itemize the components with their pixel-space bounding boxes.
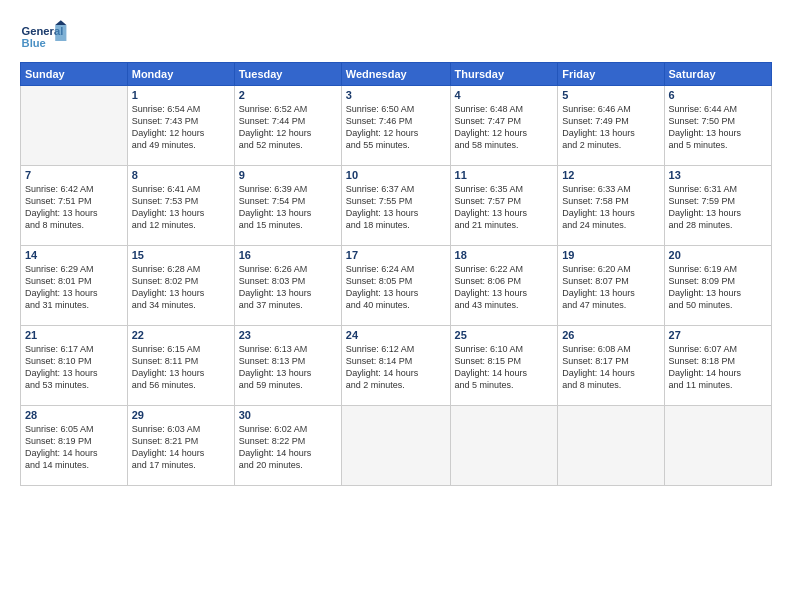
day-number: 14 [25, 249, 123, 261]
calendar-week-3: 14Sunrise: 6:29 AMSunset: 8:01 PMDayligh… [21, 246, 772, 326]
calendar-cell: 26Sunrise: 6:08 AMSunset: 8:17 PMDayligh… [558, 326, 664, 406]
calendar-cell: 19Sunrise: 6:20 AMSunset: 8:07 PMDayligh… [558, 246, 664, 326]
day-number: 12 [562, 169, 659, 181]
calendar-cell: 3Sunrise: 6:50 AMSunset: 7:46 PMDaylight… [341, 86, 450, 166]
day-info: Sunrise: 6:20 AMSunset: 8:07 PMDaylight:… [562, 263, 659, 312]
weekday-header-tuesday: Tuesday [234, 63, 341, 86]
day-number: 3 [346, 89, 446, 101]
day-number: 23 [239, 329, 337, 341]
weekday-header-row: SundayMondayTuesdayWednesdayThursdayFrid… [21, 63, 772, 86]
day-number: 26 [562, 329, 659, 341]
calendar-cell: 29Sunrise: 6:03 AMSunset: 8:21 PMDayligh… [127, 406, 234, 486]
calendar-cell: 21Sunrise: 6:17 AMSunset: 8:10 PMDayligh… [21, 326, 128, 406]
calendar-cell: 22Sunrise: 6:15 AMSunset: 8:11 PMDayligh… [127, 326, 234, 406]
weekday-header-thursday: Thursday [450, 63, 558, 86]
day-info: Sunrise: 6:17 AMSunset: 8:10 PMDaylight:… [25, 343, 123, 392]
day-number: 8 [132, 169, 230, 181]
day-number: 9 [239, 169, 337, 181]
day-number: 22 [132, 329, 230, 341]
day-info: Sunrise: 6:24 AMSunset: 8:05 PMDaylight:… [346, 263, 446, 312]
calendar-cell: 12Sunrise: 6:33 AMSunset: 7:58 PMDayligh… [558, 166, 664, 246]
calendar-cell: 30Sunrise: 6:02 AMSunset: 8:22 PMDayligh… [234, 406, 341, 486]
page: General Blue SundayMondayTuesdayWednesda… [0, 0, 792, 612]
day-info: Sunrise: 6:44 AMSunset: 7:50 PMDaylight:… [669, 103, 767, 152]
calendar-cell: 27Sunrise: 6:07 AMSunset: 8:18 PMDayligh… [664, 326, 771, 406]
weekday-header-sunday: Sunday [21, 63, 128, 86]
day-info: Sunrise: 6:29 AMSunset: 8:01 PMDaylight:… [25, 263, 123, 312]
calendar-cell: 8Sunrise: 6:41 AMSunset: 7:53 PMDaylight… [127, 166, 234, 246]
calendar-table: SundayMondayTuesdayWednesdayThursdayFrid… [20, 62, 772, 486]
calendar-cell [341, 406, 450, 486]
calendar-cell: 23Sunrise: 6:13 AMSunset: 8:13 PMDayligh… [234, 326, 341, 406]
day-info: Sunrise: 6:22 AMSunset: 8:06 PMDaylight:… [455, 263, 554, 312]
day-number: 2 [239, 89, 337, 101]
day-info: Sunrise: 6:10 AMSunset: 8:15 PMDaylight:… [455, 343, 554, 392]
day-info: Sunrise: 6:42 AMSunset: 7:51 PMDaylight:… [25, 183, 123, 232]
day-number: 13 [669, 169, 767, 181]
calendar-cell: 25Sunrise: 6:10 AMSunset: 8:15 PMDayligh… [450, 326, 558, 406]
calendar-cell: 17Sunrise: 6:24 AMSunset: 8:05 PMDayligh… [341, 246, 450, 326]
day-info: Sunrise: 6:48 AMSunset: 7:47 PMDaylight:… [455, 103, 554, 152]
calendar-cell: 10Sunrise: 6:37 AMSunset: 7:55 PMDayligh… [341, 166, 450, 246]
day-info: Sunrise: 6:19 AMSunset: 8:09 PMDaylight:… [669, 263, 767, 312]
calendar-week-1: 1Sunrise: 6:54 AMSunset: 7:43 PMDaylight… [21, 86, 772, 166]
day-info: Sunrise: 6:13 AMSunset: 8:13 PMDaylight:… [239, 343, 337, 392]
calendar-cell: 13Sunrise: 6:31 AMSunset: 7:59 PMDayligh… [664, 166, 771, 246]
day-number: 5 [562, 89, 659, 101]
day-info: Sunrise: 6:37 AMSunset: 7:55 PMDaylight:… [346, 183, 446, 232]
day-info: Sunrise: 6:33 AMSunset: 7:58 PMDaylight:… [562, 183, 659, 232]
day-number: 10 [346, 169, 446, 181]
day-number: 18 [455, 249, 554, 261]
day-number: 15 [132, 249, 230, 261]
calendar-cell: 20Sunrise: 6:19 AMSunset: 8:09 PMDayligh… [664, 246, 771, 326]
calendar-week-5: 28Sunrise: 6:05 AMSunset: 8:19 PMDayligh… [21, 406, 772, 486]
day-info: Sunrise: 6:52 AMSunset: 7:44 PMDaylight:… [239, 103, 337, 152]
weekday-header-friday: Friday [558, 63, 664, 86]
day-info: Sunrise: 6:31 AMSunset: 7:59 PMDaylight:… [669, 183, 767, 232]
day-number: 17 [346, 249, 446, 261]
day-number: 7 [25, 169, 123, 181]
day-info: Sunrise: 6:12 AMSunset: 8:14 PMDaylight:… [346, 343, 446, 392]
day-number: 4 [455, 89, 554, 101]
calendar-cell [664, 406, 771, 486]
weekday-header-wednesday: Wednesday [341, 63, 450, 86]
day-info: Sunrise: 6:41 AMSunset: 7:53 PMDaylight:… [132, 183, 230, 232]
calendar-cell [450, 406, 558, 486]
calendar-cell: 14Sunrise: 6:29 AMSunset: 8:01 PMDayligh… [21, 246, 128, 326]
day-info: Sunrise: 6:50 AMSunset: 7:46 PMDaylight:… [346, 103, 446, 152]
calendar-cell: 9Sunrise: 6:39 AMSunset: 7:54 PMDaylight… [234, 166, 341, 246]
calendar-cell: 1Sunrise: 6:54 AMSunset: 7:43 PMDaylight… [127, 86, 234, 166]
logo: General Blue [20, 18, 68, 56]
day-number: 25 [455, 329, 554, 341]
day-info: Sunrise: 6:26 AMSunset: 8:03 PMDaylight:… [239, 263, 337, 312]
calendar-cell [21, 86, 128, 166]
day-info: Sunrise: 6:02 AMSunset: 8:22 PMDaylight:… [239, 423, 337, 472]
day-number: 1 [132, 89, 230, 101]
day-info: Sunrise: 6:54 AMSunset: 7:43 PMDaylight:… [132, 103, 230, 152]
calendar-cell: 4Sunrise: 6:48 AMSunset: 7:47 PMDaylight… [450, 86, 558, 166]
weekday-header-saturday: Saturday [664, 63, 771, 86]
day-number: 16 [239, 249, 337, 261]
day-info: Sunrise: 6:28 AMSunset: 8:02 PMDaylight:… [132, 263, 230, 312]
day-info: Sunrise: 6:08 AMSunset: 8:17 PMDaylight:… [562, 343, 659, 392]
day-number: 24 [346, 329, 446, 341]
calendar-cell: 11Sunrise: 6:35 AMSunset: 7:57 PMDayligh… [450, 166, 558, 246]
day-number: 19 [562, 249, 659, 261]
day-info: Sunrise: 6:05 AMSunset: 8:19 PMDaylight:… [25, 423, 123, 472]
day-number: 29 [132, 409, 230, 421]
day-number: 30 [239, 409, 337, 421]
day-number: 21 [25, 329, 123, 341]
calendar-cell: 28Sunrise: 6:05 AMSunset: 8:19 PMDayligh… [21, 406, 128, 486]
calendar-cell: 16Sunrise: 6:26 AMSunset: 8:03 PMDayligh… [234, 246, 341, 326]
calendar-week-4: 21Sunrise: 6:17 AMSunset: 8:10 PMDayligh… [21, 326, 772, 406]
day-info: Sunrise: 6:35 AMSunset: 7:57 PMDaylight:… [455, 183, 554, 232]
weekday-header-monday: Monday [127, 63, 234, 86]
day-info: Sunrise: 6:03 AMSunset: 8:21 PMDaylight:… [132, 423, 230, 472]
calendar-cell: 24Sunrise: 6:12 AMSunset: 8:14 PMDayligh… [341, 326, 450, 406]
calendar-cell: 6Sunrise: 6:44 AMSunset: 7:50 PMDaylight… [664, 86, 771, 166]
day-info: Sunrise: 6:15 AMSunset: 8:11 PMDaylight:… [132, 343, 230, 392]
day-number: 6 [669, 89, 767, 101]
calendar-cell: 7Sunrise: 6:42 AMSunset: 7:51 PMDaylight… [21, 166, 128, 246]
day-number: 27 [669, 329, 767, 341]
calendar-week-2: 7Sunrise: 6:42 AMSunset: 7:51 PMDaylight… [21, 166, 772, 246]
